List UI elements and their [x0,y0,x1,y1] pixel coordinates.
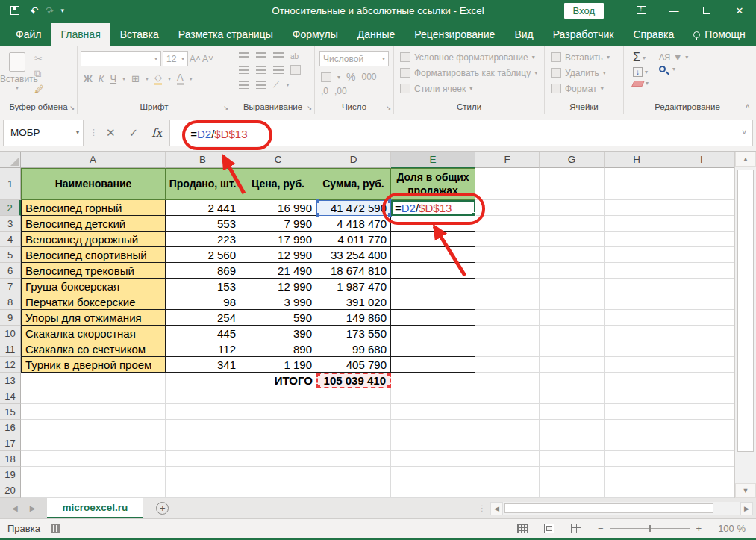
cell-H4[interactable] [605,232,669,247]
sheet-tab[interactable]: microexcel.ru [47,498,143,518]
cell-C11[interactable]: 890 [240,341,316,357]
cell-B3[interactable]: 553 [166,216,240,232]
row-header-8[interactable]: 8 [0,294,21,310]
align-center-icon[interactable] [256,66,266,74]
cell-D8[interactable]: 391 020 [316,294,391,310]
cell-C17[interactable] [240,435,316,451]
cell-G9[interactable] [540,310,605,326]
fill-button[interactable]: ↓▾ [633,67,649,77]
cell-A4[interactable]: Велосипед дорожный [21,232,166,247]
cell-F6[interactable] [475,263,540,279]
underline-button[interactable]: Ч [110,73,116,84]
zoom-slider[interactable]: − + [598,523,702,534]
cell-H16[interactable] [605,420,669,435]
decrease-decimal-icon[interactable]: ,00 [334,86,347,96]
row-header-10[interactable]: 10 [0,326,21,341]
cell-F7[interactable] [475,279,540,294]
cell-A20[interactable] [21,482,166,498]
cell-G11[interactable] [540,341,605,357]
cell-B10[interactable]: 445 [166,326,240,341]
cell-A12[interactable]: Турник в дверной проем [21,357,166,373]
cell-G2[interactable] [540,200,605,216]
cell-I12[interactable] [669,357,734,373]
align-right-icon[interactable] [273,66,284,74]
cell-E17[interactable] [391,435,475,451]
cell-F1[interactable] [475,168,540,200]
cell-D5[interactable]: 33 254 400 [316,247,391,263]
tab-файл[interactable]: Файл [6,23,51,46]
cell-B4[interactable]: 223 [166,232,240,247]
cell-D11[interactable]: 99 680 [316,341,391,357]
font-dialog-launcher-icon[interactable]: ↘ [223,105,228,111]
redo-icon[interactable]: ↷▾ [46,5,51,16]
cell-E4[interactable] [391,232,475,247]
normal-view-icon[interactable] [517,524,528,533]
cell-G7[interactable] [540,279,605,294]
align-middle-icon[interactable] [256,52,266,60]
cell-B1[interactable]: Продано, шт. [166,168,240,200]
row-header-1[interactable]: 1 [0,168,21,200]
column-header-G[interactable]: G [540,152,605,168]
cell-A13[interactable] [21,373,166,388]
insert-cells-button[interactable]: Вставить▾ [551,49,623,65]
cell-D9[interactable]: 149 860 [316,310,391,326]
cell-D2[interactable]: 41 472 590 [316,200,391,216]
cell-G20[interactable] [540,482,605,498]
cell-G17[interactable] [540,435,605,451]
cell-B8[interactable]: 98 [166,294,240,310]
cell-G18[interactable] [540,451,605,467]
cell-E3[interactable] [391,216,475,232]
cell-I10[interactable] [669,326,734,341]
minimize-icon[interactable]: — [657,5,690,16]
bold-button[interactable]: Ж [84,73,93,84]
increase-decimal-icon[interactable]: ,0 [321,86,328,96]
cell-D20[interactable] [316,482,391,498]
cell-B12[interactable]: 341 [166,357,240,373]
cell-D4[interactable]: 4 011 770 [316,232,391,247]
row-header-17[interactable]: 17 [0,435,21,451]
cell-B11[interactable]: 112 [166,341,240,357]
row-header-4[interactable]: 4 [0,232,21,247]
sort-filter-button[interactable]: АЯ▼▾ [659,51,688,63]
scroll-left-icon[interactable]: ◀ [490,502,503,515]
clipboard-dialog-launcher-icon[interactable]: ↘ [69,105,75,111]
scroll-right-icon[interactable]: ▶ [740,502,753,515]
cell-C8[interactable]: 3 990 [240,294,316,310]
column-header-H[interactable]: H [605,152,669,168]
page-break-view-icon[interactable] [571,524,581,533]
prev-sheet-icon[interactable]: ◀ [12,504,18,512]
cell-F4[interactable] [475,232,540,247]
cell-F13[interactable] [475,373,540,388]
collapse-ribbon-icon[interactable]: ˄ [746,102,750,111]
cell-C2[interactable]: 16 990 [240,200,316,216]
cell-E18[interactable] [391,451,475,467]
column-header-C[interactable]: C [240,152,316,168]
row-header-3[interactable]: 3 [0,216,21,232]
page-layout-view-icon[interactable] [544,524,554,533]
column-header-A[interactable]: A [21,152,166,168]
delete-cells-button[interactable]: Удалить▾ [551,65,623,81]
vertical-scroll-thumb[interactable] [737,170,754,452]
tab-помощн[interactable]: Помощн [684,23,755,46]
cell-G10[interactable] [540,326,605,341]
cell-A5[interactable]: Велосипед спортивный [21,247,166,263]
horizontal-scrollbar[interactable]: ◀ ▶ [490,502,753,515]
cell-F15[interactable] [475,404,540,420]
cell-H8[interactable] [605,294,669,310]
cell-F2[interactable] [475,200,540,216]
cell-A2[interactable]: Велосипед горный [21,200,166,216]
cell-F16[interactable] [475,420,540,435]
fill-handle[interactable] [472,212,476,217]
row-header-11[interactable]: 11 [0,341,21,357]
cell-I19[interactable] [669,467,734,482]
horizontal-scroll-thumb[interactable] [504,503,713,513]
cell-C9[interactable]: 590 [240,310,316,326]
cell-I17[interactable] [669,435,734,451]
scroll-down-icon[interactable]: ▼ [735,483,756,498]
cell-D13[interactable]: 105 039 410 [316,373,391,388]
cell-D10[interactable]: 173 550 [316,326,391,341]
cell-F3[interactable] [475,216,540,232]
cell-C10[interactable]: 390 [240,326,316,341]
cell-G16[interactable] [540,420,605,435]
cell-E14[interactable] [391,388,475,404]
